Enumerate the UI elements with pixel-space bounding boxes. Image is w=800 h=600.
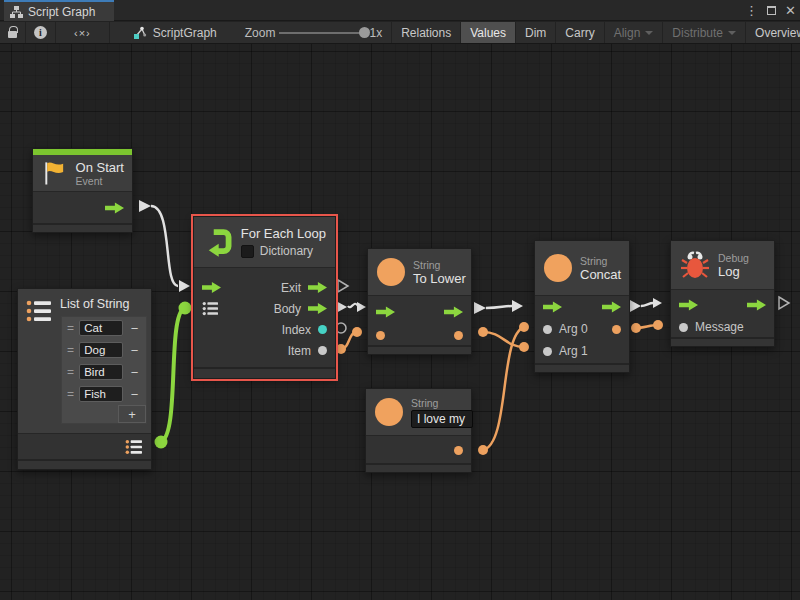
drag-handle-icon[interactable]: = [65,387,76,401]
close-icon[interactable]: ✕ [785,4,796,17]
drag-handle-icon[interactable]: = [65,321,76,335]
add-item-button[interactable]: + [118,405,146,423]
wire-endpoint [352,327,362,337]
toolbar-button-carry[interactable]: Carry [556,22,604,43]
inspect-button[interactable]: i [26,22,56,43]
list-item-field[interactable] [79,320,123,336]
port-index-unconnected[interactable] [336,323,346,333]
wire-endpoint [155,436,168,449]
string-type-icon [375,398,403,426]
remove-item-button[interactable]: − [126,343,143,358]
wire-end-arrowhead [653,298,662,308]
wire-tolower-to-concat [486,306,512,308]
code-icon: ‹×› [74,27,91,39]
port-exit-flow[interactable] [105,202,124,215]
node-string-literal[interactable]: String [365,388,472,473]
list-item-field[interactable] [79,364,123,380]
dictionary-checkbox[interactable] [241,245,254,258]
wire-end-arrowhead [512,300,523,312]
port-arg1-label: Arg 1 [559,344,588,358]
wire-endpoint [519,322,529,332]
port-enter-flow[interactable] [543,301,562,314]
port-enter-flow[interactable] [376,306,395,319]
node-title: On Start [76,160,124,175]
port-body-flow[interactable] [308,302,327,315]
node-debug-log[interactable]: Debug Log Message [670,240,775,347]
list-item-row: = − [62,361,146,383]
port-exit-unconnected[interactable] [338,280,348,292]
tab-title: Script Graph [28,5,95,19]
port-enter-flow[interactable] [679,299,698,312]
list-item-field[interactable] [79,386,123,402]
wire-onstart-to-foreach [151,206,178,286]
window-menu-icon[interactable]: ⋮ [745,4,758,17]
node-kind: String [413,259,466,271]
graph-canvas[interactable]: On Start Event List of String [0,44,800,600]
node-to-lower[interactable]: String To Lower [367,248,472,355]
flag-icon [41,159,68,187]
node-on-start[interactable]: On Start Event [32,148,133,233]
script-graph-tab-icon [10,6,23,18]
port-exit-flow[interactable] [602,301,621,314]
wire-list-to-foreach [161,308,184,442]
node-list-of-string[interactable]: List of String = − = − = [17,288,152,470]
toolbar-button-relations[interactable]: Relations [391,22,461,43]
wire-end-arrowhead [179,280,190,292]
port-item-dot[interactable] [318,346,327,355]
loop-icon [203,224,233,260]
port-exit-flow[interactable] [308,281,327,294]
port-exit-flow[interactable] [747,299,766,312]
wire-endpoint [631,323,641,333]
dropdown-caret-icon [645,31,653,35]
node-title: For Each Loop [241,226,326,241]
port-arg0-dot[interactable] [543,325,552,334]
port-result-dot[interactable] [454,331,463,340]
remove-item-button[interactable]: − [126,365,143,380]
toolbar-button-distribute[interactable]: Distribute [663,22,746,43]
remove-item-button[interactable]: − [126,387,143,402]
wire-concat-to-log [641,303,653,306]
port-index-label: Index [282,323,311,337]
string-value-field[interactable] [411,410,473,428]
drag-handle-icon[interactable]: = [65,365,76,379]
toolbar-button-overview[interactable]: Overview [746,22,800,43]
tab-script-graph[interactable]: Script Graph [4,0,114,21]
string-type-icon [377,258,405,286]
port-message-dot[interactable] [679,323,688,332]
node-for-each-loop[interactable]: For Each Loop Dictionary Exit [193,216,336,379]
list-item-row: = − [62,317,146,339]
port-body-label: Body [274,302,301,316]
preferences-button[interactable]: ‹×› [56,22,110,43]
list-icon [26,299,52,323]
remove-item-button[interactable]: − [126,321,143,336]
breadcrumb[interactable]: ScriptGraph [124,22,226,43]
port-arg1-dot[interactable] [543,347,552,356]
list-item-field[interactable] [79,342,123,358]
port-result-dot[interactable] [612,325,621,334]
port-exit-flow[interactable] [444,306,463,319]
string-type-icon [544,254,572,282]
toolbar-button-align[interactable]: Align [605,22,664,43]
zoom-slider[interactable] [279,32,365,34]
maximize-icon[interactable] [767,6,776,15]
node-concat[interactable]: String Concat Arg 0 Arg 1 [534,240,630,373]
drag-handle-icon[interactable]: = [65,343,76,357]
node-kind: String [580,255,621,267]
wire-start-triangle [139,200,151,212]
port-result-dot[interactable] [454,446,463,455]
port-log-exit-unconnected[interactable] [779,297,789,309]
zoom-value: 1x [369,26,382,40]
port-enter-flow[interactable] [202,281,221,294]
port-index-dot[interactable] [318,325,327,334]
port-list-output[interactable] [125,439,143,455]
wire-endpoint [478,327,488,337]
wire-endpoint [653,320,663,330]
port-input-dot[interactable] [376,331,385,340]
toolbar-button-values[interactable]: Values [461,22,516,43]
list-item-row: = − [62,339,146,361]
port-list-input[interactable] [202,301,219,316]
node-kind: String [411,397,473,409]
toolbar-button-dim[interactable]: Dim [516,22,556,43]
node-kind: Debug [718,252,749,264]
lock-button[interactable] [0,22,26,43]
